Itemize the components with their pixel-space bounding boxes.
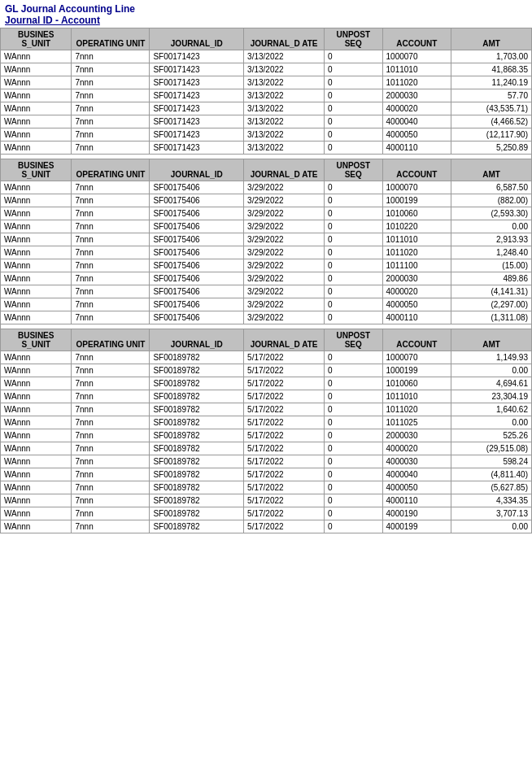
cell-bus-unit: WAnnn bbox=[1, 63, 72, 76]
cell-op-unit: 7nnn bbox=[72, 520, 150, 533]
cell-unpost-seq: 0 bbox=[325, 364, 382, 377]
cell-unpost-seq: 0 bbox=[325, 272, 382, 285]
table-row: WAnnn7nnnSF001897825/17/202204000020(29,… bbox=[1, 442, 532, 455]
table-row: WAnnn7nnnSF001897825/17/202204000050(5,6… bbox=[1, 481, 532, 494]
column-header-col-jdate: JOURNAL_D ATE bbox=[244, 329, 325, 351]
cell-unpost-seq: 0 bbox=[325, 207, 382, 220]
cell-bus-unit: WAnnn bbox=[1, 128, 72, 142]
cell-op-unit: 7nnn bbox=[72, 63, 150, 76]
cell-account: 1010060 bbox=[382, 207, 451, 220]
cell-amt: 4,694.61 bbox=[451, 377, 532, 390]
table-row: WAnnn7nnnSF001897825/17/2022040001990.00 bbox=[1, 520, 532, 533]
table-row: WAnnn7nnnSF001754063/29/202201011100(15.… bbox=[1, 259, 532, 272]
main-table: BUSINES S_UNITOPERATING UNITJOURNAL_IDJO… bbox=[0, 28, 532, 533]
cell-account: 4000040 bbox=[382, 115, 451, 128]
cell-bus-unit: WAnnn bbox=[1, 115, 72, 128]
cell-amt: 23,304.19 bbox=[451, 390, 532, 403]
cell-journal-id: SF00175406 bbox=[150, 181, 244, 194]
cell-bus-unit: WAnnn bbox=[1, 50, 72, 63]
cell-bus-unit: WAnnn bbox=[1, 76, 72, 89]
cell-account: 4000040 bbox=[382, 468, 451, 481]
cell-bus-unit: WAnnn bbox=[1, 285, 72, 298]
cell-unpost-seq: 0 bbox=[325, 115, 382, 128]
table-row: WAnnn7nnnSF001714233/13/2022040001105,25… bbox=[1, 142, 532, 155]
cell-unpost-seq: 0 bbox=[325, 233, 382, 246]
cell-journal-date: 3/13/2022 bbox=[244, 128, 325, 142]
cell-bus-unit: WAnnn bbox=[1, 220, 72, 233]
cell-bus-unit: WAnnn bbox=[1, 89, 72, 102]
table-row: WAnnn7nnnSF001714233/13/2022010000701,70… bbox=[1, 50, 532, 63]
column-header-col-jid: JOURNAL_ID bbox=[150, 28, 244, 50]
cell-op-unit: 7nnn bbox=[72, 285, 150, 298]
cell-journal-date: 5/17/2022 bbox=[244, 390, 325, 403]
cell-amt: (12,117.90) bbox=[451, 128, 532, 142]
cell-bus-unit: WAnnn bbox=[1, 455, 72, 468]
cell-unpost-seq: 0 bbox=[325, 455, 382, 468]
cell-account: 1011100 bbox=[382, 259, 451, 272]
cell-journal-id: SF00189782 bbox=[150, 455, 244, 468]
cell-unpost-seq: 0 bbox=[325, 442, 382, 455]
cell-journal-id: SF00171423 bbox=[150, 102, 244, 115]
cell-unpost-seq: 0 bbox=[325, 76, 382, 89]
cell-bus-unit: WAnnn bbox=[1, 311, 72, 324]
cell-amt: 41,868.35 bbox=[451, 63, 532, 76]
page-title-line1: GL Journal Accounting Line bbox=[5, 3, 527, 15]
cell-amt: 0.00 bbox=[451, 520, 532, 533]
cell-journal-date: 5/17/2022 bbox=[244, 481, 325, 494]
cell-journal-date: 5/17/2022 bbox=[244, 520, 325, 533]
cell-bus-unit: WAnnn bbox=[1, 377, 72, 390]
cell-bus-unit: WAnnn bbox=[1, 481, 72, 494]
column-header-col-acct: ACCOUNT bbox=[382, 159, 451, 181]
cell-account: 4000020 bbox=[382, 285, 451, 298]
cell-amt: 598.24 bbox=[451, 455, 532, 468]
cell-bus-unit: WAnnn bbox=[1, 416, 72, 429]
cell-amt: (5,627.85) bbox=[451, 481, 532, 494]
cell-journal-id: SF00189782 bbox=[150, 494, 244, 507]
cell-amt: 1,703.00 bbox=[451, 50, 532, 63]
cell-unpost-seq: 0 bbox=[325, 403, 382, 416]
cell-account: 1000199 bbox=[382, 364, 451, 377]
cell-unpost-seq: 0 bbox=[325, 181, 382, 194]
cell-account: 1011025 bbox=[382, 416, 451, 429]
cell-account: 1010060 bbox=[382, 377, 451, 390]
cell-bus-unit: WAnnn bbox=[1, 194, 72, 207]
cell-journal-date: 3/29/2022 bbox=[244, 181, 325, 194]
table-row: WAnnn7nnnSF001754063/29/2022010110201,24… bbox=[1, 246, 532, 259]
table-row: WAnnn7nnnSF001897825/17/2022040001903,70… bbox=[1, 507, 532, 520]
cell-journal-date: 3/29/2022 bbox=[244, 194, 325, 207]
cell-account: 2000030 bbox=[382, 272, 451, 285]
cell-account: 2000030 bbox=[382, 89, 451, 102]
cell-bus-unit: WAnnn bbox=[1, 468, 72, 481]
cell-op-unit: 7nnn bbox=[72, 390, 150, 403]
cell-journal-date: 3/29/2022 bbox=[244, 259, 325, 272]
cell-unpost-seq: 0 bbox=[325, 416, 382, 429]
cell-journal-id: SF00189782 bbox=[150, 507, 244, 520]
cell-journal-id: SF00189782 bbox=[150, 481, 244, 494]
cell-op-unit: 7nnn bbox=[72, 468, 150, 481]
cell-bus-unit: WAnnn bbox=[1, 272, 72, 285]
cell-unpost-seq: 0 bbox=[325, 494, 382, 507]
cell-journal-date: 3/29/2022 bbox=[244, 285, 325, 298]
cell-journal-date: 3/29/2022 bbox=[244, 311, 325, 324]
cell-account: 1011020 bbox=[382, 246, 451, 259]
table-row: WAnnn7nnnSF001897825/17/20220101101023,3… bbox=[1, 390, 532, 403]
column-header-col-jid: JOURNAL_ID bbox=[150, 329, 244, 351]
cell-journal-date: 3/13/2022 bbox=[244, 89, 325, 102]
cell-amt: 489.86 bbox=[451, 272, 532, 285]
cell-op-unit: 7nnn bbox=[72, 364, 150, 377]
cell-op-unit: 7nnn bbox=[72, 115, 150, 128]
column-header-col-busunit: BUSINES S_UNIT bbox=[1, 159, 72, 181]
cell-journal-id: SF00175406 bbox=[150, 259, 244, 272]
cell-journal-id: SF00189782 bbox=[150, 520, 244, 533]
cell-op-unit: 7nnn bbox=[72, 272, 150, 285]
cell-journal-date: 3/13/2022 bbox=[244, 142, 325, 155]
cell-journal-date: 5/17/2022 bbox=[244, 351, 325, 364]
cell-account: 1011010 bbox=[382, 233, 451, 246]
cell-op-unit: 7nnn bbox=[72, 220, 150, 233]
cell-unpost-seq: 0 bbox=[325, 89, 382, 102]
cell-account: 4000110 bbox=[382, 142, 451, 155]
cell-amt: (4,466.52) bbox=[451, 115, 532, 128]
cell-account: 1000070 bbox=[382, 50, 451, 63]
cell-account: 2000030 bbox=[382, 429, 451, 442]
cell-account: 4000190 bbox=[382, 507, 451, 520]
